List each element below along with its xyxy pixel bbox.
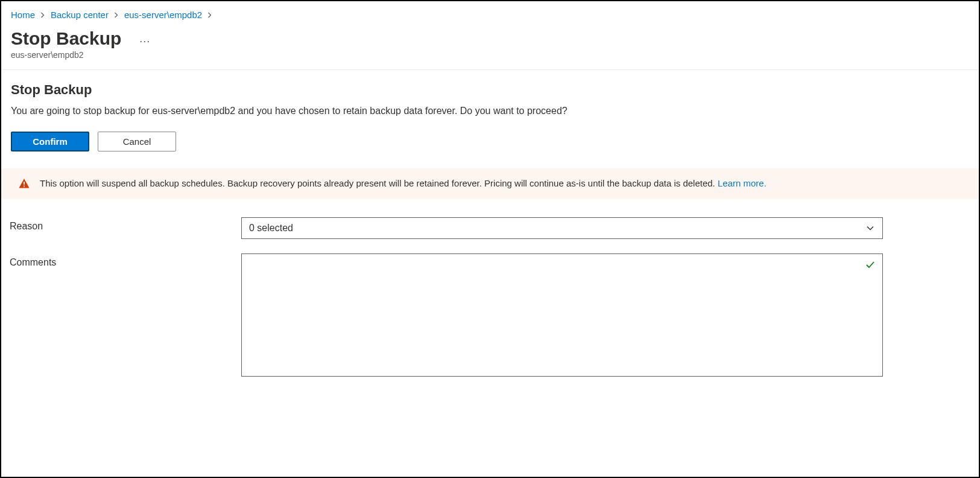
comments-input[interactable] [241, 253, 883, 377]
section-description: You are going to stop backup for eus-ser… [11, 104, 969, 118]
warning-text: This option will suspend all backup sche… [40, 177, 767, 191]
chevron-down-icon [865, 223, 875, 233]
page-subtitle: eus-server\empdb2 [11, 50, 969, 60]
section-title: Stop Backup [11, 82, 969, 98]
warning-message: This option will suspend all backup sche… [40, 178, 718, 188]
chevron-right-icon [40, 12, 46, 18]
action-buttons: Confirm Cancel [11, 132, 969, 151]
svg-rect-0 [24, 182, 25, 185]
page-header: Stop Backup ··· eus-server\empdb2 [1, 24, 979, 69]
form-area: Reason 0 selected Comments [1, 217, 979, 378]
svg-rect-1 [24, 186, 25, 187]
page-title: Stop Backup [11, 28, 121, 49]
comments-label: Comments [10, 253, 241, 378]
check-icon [865, 260, 876, 270]
breadcrumb-resource[interactable]: eus-server\empdb2 [124, 10, 202, 20]
reason-select[interactable]: 0 selected [241, 217, 883, 239]
confirm-button[interactable]: Confirm [11, 132, 89, 151]
breadcrumb-backup-center[interactable]: Backup center [51, 10, 109, 20]
reason-label: Reason [10, 217, 241, 239]
reason-selected-value: 0 selected [249, 223, 293, 234]
chevron-right-icon [113, 12, 119, 18]
breadcrumb: Home Backup center eus-server\empdb2 [1, 1, 979, 24]
learn-more-link[interactable]: Learn more. [718, 178, 767, 188]
warning-banner: This option will suspend all backup sche… [1, 168, 979, 199]
cancel-button[interactable]: Cancel [98, 132, 176, 151]
breadcrumb-home[interactable]: Home [11, 10, 35, 20]
warning-icon [18, 177, 30, 190]
more-actions-icon[interactable]: ··· [139, 35, 150, 48]
chevron-right-icon [207, 12, 213, 18]
main-content: Stop Backup You are going to stop backup… [1, 70, 979, 168]
